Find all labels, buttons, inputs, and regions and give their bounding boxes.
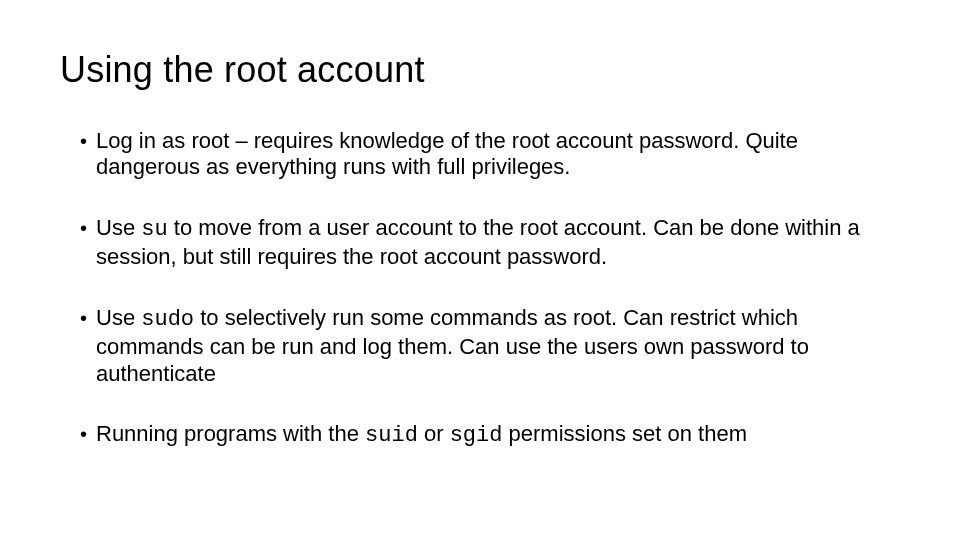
code-span: suid bbox=[365, 423, 418, 448]
code-span: su bbox=[141, 217, 167, 242]
code-span: sgid bbox=[450, 423, 503, 448]
slide: Using the root account Log in as root – … bbox=[0, 0, 960, 540]
bullet-text: Use bbox=[96, 305, 141, 330]
list-item: Log in as root – requires knowledge of t… bbox=[80, 128, 900, 182]
bullet-list: Log in as root – requires knowledge of t… bbox=[60, 128, 900, 451]
code-span: sudo bbox=[141, 307, 194, 332]
bullet-text: Use bbox=[96, 215, 141, 240]
slide-title: Using the root account bbox=[60, 50, 900, 90]
list-item: Use su to move from a user account to th… bbox=[80, 215, 900, 271]
bullet-text: Log in as root – requires knowledge of t… bbox=[96, 128, 798, 180]
list-item: Use sudo to selectively run some command… bbox=[80, 305, 900, 387]
bullet-text: to move from a user account to the root … bbox=[96, 215, 860, 269]
bullet-text: to selectively run some commands as root… bbox=[96, 305, 809, 386]
list-item: Running programs with the suid or sgid p… bbox=[80, 421, 900, 450]
bullet-text: Running programs with the bbox=[96, 421, 365, 446]
bullet-text: permissions set on them bbox=[502, 421, 747, 446]
bullet-text: or bbox=[418, 421, 450, 446]
